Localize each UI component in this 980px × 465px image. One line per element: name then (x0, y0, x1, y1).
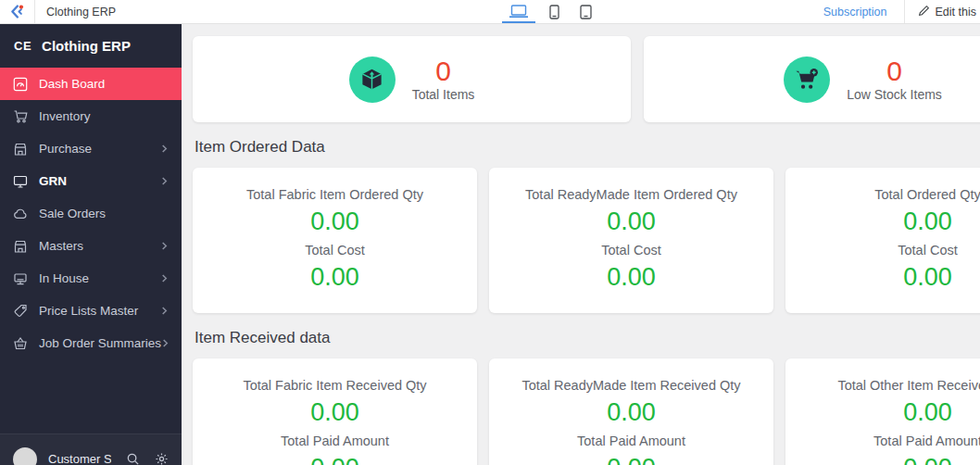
topbar-right: Subscription Edit this (807, 0, 980, 23)
topbar: Clothing ERP Subscription E (0, 0, 980, 24)
sidebar-item-label: Purchase (39, 142, 92, 156)
laptop-preview-icon[interactable] (498, 0, 539, 23)
stat-value: 0.00 (785, 399, 980, 425)
sidebar-brand: CE Clothing ERP (0, 24, 182, 68)
summary-text: 0 Total Items (412, 57, 475, 103)
computer-icon (13, 271, 28, 286)
app-logo-icon[interactable] (0, 0, 34, 23)
stat-label: Total Paid Amount (193, 434, 477, 448)
chevron-right-icon (160, 242, 169, 250)
sidebar-item-label: Sale Orders (39, 207, 106, 220)
sidebar-item-label: GRN (39, 174, 67, 188)
sidebar-item-sale-orders[interactable]: Sale Orders (0, 197, 182, 230)
stat-label: Total Fabric Item Received Qty (193, 378, 477, 393)
stat-value: 0.00 (193, 264, 477, 290)
cloud-icon (13, 207, 28, 221)
summary-row: 0 Total Items 0 Low Stock Items (193, 36, 969, 122)
stat-label: Total Ordered Qty (785, 187, 980, 202)
sidebar-item-label: Inventory (39, 109, 91, 123)
stat-label: Total Cost (489, 243, 773, 258)
sidebar-item-label: Masters (39, 239, 83, 253)
chevron-right-icon (160, 177, 169, 185)
stat-label: Total Paid Amount (785, 434, 980, 448)
sidebar: CE Clothing ERP Dash Board Inventory (0, 24, 182, 465)
edit-app-label: Edit this (936, 6, 976, 19)
store-icon (13, 142, 28, 157)
pencil-icon (918, 5, 930, 19)
stat-value: 0.00 (489, 399, 773, 425)
sidebar-item-masters[interactable]: Masters (0, 230, 182, 262)
tag-icon (13, 304, 28, 319)
stat-value: 0.00 (785, 264, 980, 290)
trolley-icon (13, 109, 28, 124)
app-title: Clothing ERP (35, 6, 127, 19)
chevron-right-icon (161, 339, 170, 347)
phone-preview-icon[interactable] (539, 0, 570, 23)
basket-icon (13, 336, 28, 351)
item-received-cards-row: Total Fabric Item Received Qty 0.00 Tota… (193, 358, 969, 465)
sidebar-item-price-lists-master[interactable]: Price Lists Master (0, 295, 182, 327)
chevron-right-icon (160, 145, 169, 153)
dashboard-icon (13, 77, 28, 92)
stat-value: 0.00 (193, 399, 477, 425)
sidebar-footer: Customer Su (0, 434, 182, 465)
low-stock-items-value: 0 (847, 57, 942, 86)
sidebar-item-dash-board[interactable]: Dash Board (0, 68, 182, 100)
stat-value: 0.00 (489, 264, 773, 290)
stat-label: Total ReadyMade Item Ordered Qty (489, 187, 773, 202)
dashboard-content: 0 Total Items 0 Low Stock Items Item Ord… (182, 24, 980, 465)
summary-text: 0 Low Stock Items (847, 57, 942, 103)
readymade-ordered-card: Total ReadyMade Item Ordered Qty 0.00 To… (489, 168, 773, 313)
fabric-received-card: Total Fabric Item Received Qty 0.00 Tota… (193, 358, 477, 465)
total-ordered-card: Total Ordered Qty 0.00 Total Cost 0.00 (785, 168, 980, 313)
user-name: Customer Su (48, 452, 111, 465)
avatar[interactable] (13, 447, 37, 465)
monitor-icon (13, 174, 28, 189)
total-items-card: 0 Total Items (193, 36, 631, 122)
stat-value: 0.00 (193, 208, 477, 234)
item-ordered-cards-row: Total Fabric Item Ordered Qty 0.00 Total… (193, 168, 969, 313)
sidebar-item-purchase[interactable]: Purchase (0, 132, 182, 165)
total-items-label: Total Items (412, 87, 475, 102)
section-title-item-ordered: Item Ordered Data (195, 138, 967, 157)
gear-icon[interactable] (155, 452, 169, 465)
store-icon (13, 239, 28, 254)
stat-label: Total Fabric Item Ordered Qty (193, 187, 477, 202)
stat-label: Total Cost (193, 243, 477, 258)
brand-name: Clothing ERP (42, 38, 131, 54)
fabric-ordered-card: Total Fabric Item Ordered Qty 0.00 Total… (193, 168, 477, 313)
chevron-right-icon (160, 307, 169, 315)
total-items-value: 0 (412, 57, 475, 86)
cart-plus-icon (784, 57, 830, 103)
sidebar-item-label: Dash Board (39, 77, 105, 91)
readymade-received-card: Total ReadyMade Item Received Qty 0.00 T… (489, 358, 773, 465)
stat-label: Total ReadyMade Item Received Qty (489, 378, 773, 393)
low-stock-items-card: 0 Low Stock Items (644, 36, 980, 122)
chevron-right-icon (160, 274, 169, 283)
sidebar-item-label: In House (39, 271, 89, 285)
sidebar-item-inventory[interactable]: Inventory (0, 100, 182, 132)
stat-label: Total Other Item Received Qty (785, 378, 980, 393)
stat-value: 0.00 (193, 455, 477, 465)
package-icon (349, 57, 396, 103)
low-stock-items-label: Low Stock Items (847, 87, 942, 102)
stat-value: 0.00 (785, 208, 980, 234)
other-received-card: Total Other Item Received Qty 0.00 Total… (785, 358, 980, 465)
stat-value: 0.00 (489, 208, 773, 234)
edit-app-button[interactable]: Edit this (905, 0, 980, 23)
stat-label: Total Cost (785, 243, 980, 258)
device-preview-switcher (498, 0, 602, 23)
subscription-link[interactable]: Subscription (807, 6, 904, 19)
tablet-preview-icon[interactable] (570, 0, 602, 23)
search-icon[interactable] (126, 452, 140, 465)
sidebar-item-label: Job Order Summaries (39, 336, 161, 350)
sidebar-item-job-order-summaries[interactable]: Job Order Summaries (0, 327, 182, 359)
sidebar-item-in-house[interactable]: In House (0, 262, 182, 295)
sidebar-nav: Dash Board Inventory Purchase (0, 68, 182, 359)
brand-initials: CE (14, 39, 31, 53)
stat-label: Total Paid Amount (489, 434, 773, 448)
sidebar-item-label: Price Lists Master (39, 304, 138, 318)
section-title-item-received: Item Received data (195, 329, 967, 347)
stat-value: 0.00 (785, 455, 980, 465)
sidebar-item-grn[interactable]: GRN (0, 165, 182, 197)
